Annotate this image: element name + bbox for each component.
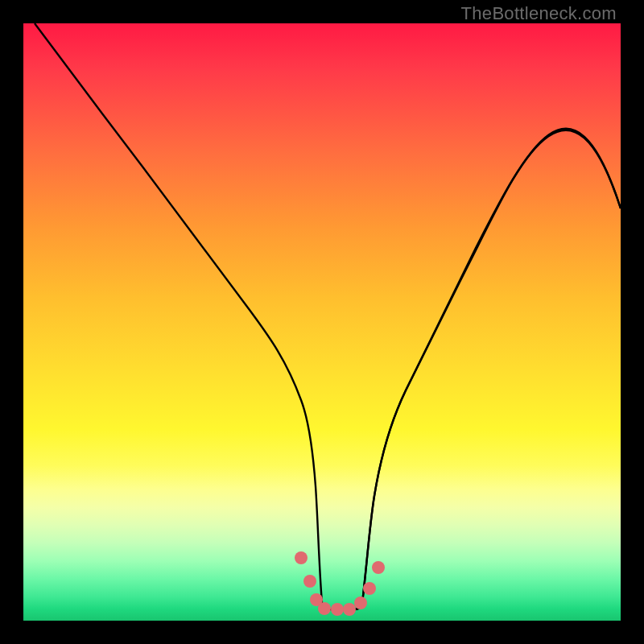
- marker-dot: [318, 602, 331, 615]
- marker-dots: [295, 551, 385, 616]
- bottleneck-curve-right: [362, 129, 621, 603]
- marker-dot: [295, 551, 308, 564]
- marker-dot: [343, 603, 356, 616]
- marker-dot: [303, 575, 316, 588]
- marker-dot: [331, 603, 344, 616]
- marker-dot: [354, 597, 367, 609]
- curve-right-branch: [355, 130, 621, 609]
- chart-frame: TheBottleneck.com: [0, 0, 644, 644]
- chart-svg: [23, 23, 621, 621]
- marker-dot: [363, 582, 376, 595]
- curve-right-final: [355, 38, 621, 609]
- marker-dot: [372, 561, 385, 574]
- bottleneck-curve: [35, 23, 621, 609]
- plot-area: [23, 23, 621, 621]
- watermark-text: TheBottleneck.com: [461, 3, 617, 24]
- displayed-curve: [35, 23, 621, 609]
